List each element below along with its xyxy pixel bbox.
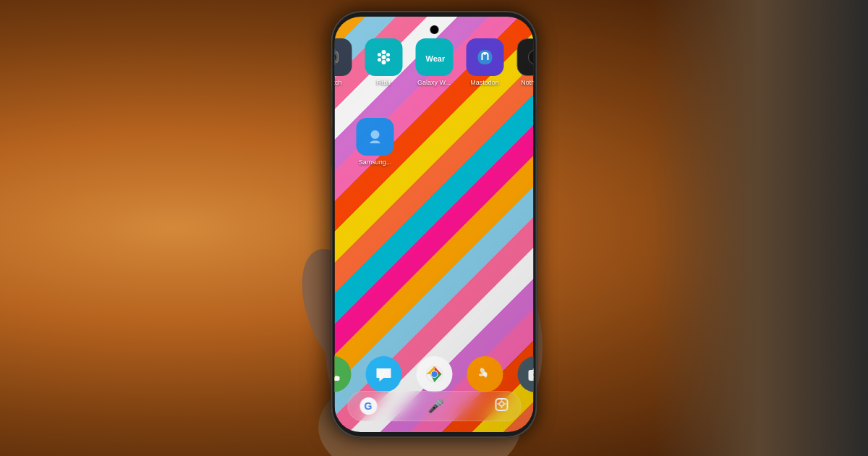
svg-point-35 xyxy=(532,372,534,378)
app-mastodon-icon xyxy=(466,38,503,76)
camera-punch-hole xyxy=(430,25,438,34)
phone-searchbar[interactable]: G 🎤 xyxy=(347,391,521,421)
app-nothingx-label: Nothing X xyxy=(521,79,533,86)
app-row-second: Samsung... xyxy=(357,118,394,166)
app-watch[interactable]: Watch xyxy=(335,38,352,86)
app-nothingx-icon xyxy=(516,38,534,76)
app-samsung-icon xyxy=(357,118,394,156)
scene: Watch xyxy=(0,0,868,456)
bg-right xyxy=(651,0,868,456)
svg-point-32 xyxy=(431,371,437,377)
dock-messages[interactable] xyxy=(365,356,401,392)
phone-dock xyxy=(335,356,534,392)
phone: Watch xyxy=(331,11,537,438)
app-fitbit-label: Fitbit xyxy=(376,79,391,86)
app-row-top: Watch xyxy=(335,38,534,86)
svg-point-20 xyxy=(381,50,386,54)
app-fitbit[interactable]: Fitbit xyxy=(365,38,402,86)
app-mastodon-label: Mastodon xyxy=(470,79,499,86)
svg-point-23 xyxy=(378,53,381,56)
google-logo: G xyxy=(359,397,377,415)
search-mic-icon: 🎤 xyxy=(427,398,443,414)
svg-point-24 xyxy=(378,58,381,62)
dock-phone[interactable] xyxy=(335,356,352,392)
app-nothingx[interactable]: Nothing X xyxy=(516,38,534,86)
app-galaxyw[interactable]: Wear Galaxy W... xyxy=(415,38,453,86)
app-mastodon[interactable]: Mastodon xyxy=(466,38,503,86)
svg-rect-19 xyxy=(335,62,336,65)
svg-point-25 xyxy=(386,53,390,56)
app-watch-icon xyxy=(335,38,352,76)
app-fitbit-icon xyxy=(365,38,402,76)
app-watch-label: Watch xyxy=(335,79,342,86)
search-lens-icon xyxy=(494,397,509,415)
app-galaxyw-icon: Wear xyxy=(415,38,453,76)
phone-wrapper: Watch xyxy=(331,11,537,438)
svg-point-22 xyxy=(381,60,386,64)
dock-camera[interactable] xyxy=(517,356,534,392)
svg-point-30 xyxy=(371,130,380,139)
dock-chrome[interactable] xyxy=(416,356,452,392)
app-samsung-label: Samsung... xyxy=(359,159,392,166)
svg-text:Wear: Wear xyxy=(425,54,445,63)
volume-down-button xyxy=(331,127,332,166)
dock-pinwheel[interactable] xyxy=(467,356,503,392)
volume-up-button xyxy=(331,90,332,116)
app-samsung[interactable]: Samsung... xyxy=(357,118,394,166)
svg-rect-17 xyxy=(335,49,336,52)
svg-point-26 xyxy=(386,58,390,62)
app-galaxyw-label: Galaxy W... xyxy=(417,79,451,86)
svg-point-39 xyxy=(499,402,503,406)
svg-point-21 xyxy=(381,55,386,59)
phone-screen: Watch xyxy=(335,17,534,432)
svg-point-28 xyxy=(528,50,534,64)
power-button xyxy=(537,105,537,148)
